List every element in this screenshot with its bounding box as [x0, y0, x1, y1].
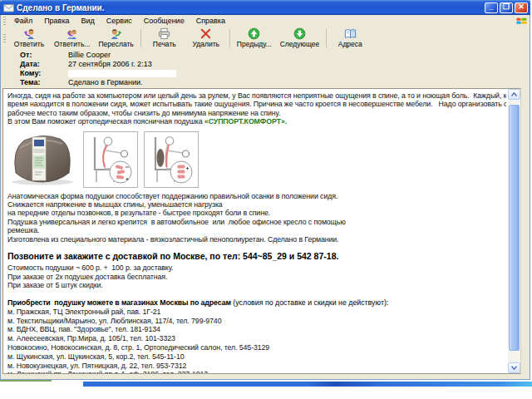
toolbar: Ответить Ответить...	[2, 27, 530, 50]
email-message-window: Сделано в Германии. _ ❐ ✕ Файл Правка Ви…	[0, 0, 530, 380]
menu-message[interactable]: Сообщение	[138, 16, 190, 26]
scroll-down-button[interactable]	[508, 362, 520, 373]
background-green-segment	[0, 380, 52, 382]
minimize-button[interactable]: _	[485, 2, 498, 13]
store-address: м. Новокузнецкая, ул. Пятницкая, д. 22, …	[7, 362, 506, 371]
desktop-background-strip	[0, 380, 532, 399]
date-value: 27 сентября 2006 г. 2:13	[68, 60, 152, 69]
stores-heading: Приобрести подушку можете в магазинах Мо…	[7, 298, 506, 307]
reply-all-icon	[66, 27, 78, 40]
benefits-paragraph: Анатомическая форма подушки способствует…	[7, 192, 506, 244]
helper-line: В этом Вам поможет ортопедическая поясни…	[7, 117, 506, 126]
delete-button-label: Удалить	[193, 40, 219, 48]
close-button[interactable]: ✕	[515, 2, 528, 13]
order-detail-line: При заказе от 2х подушек доставка беспла…	[7, 273, 506, 282]
store-address: м. Алеесеевская, Пр.Мира, д. 105/1, тел.…	[7, 334, 506, 343]
to-value-redacted	[68, 70, 176, 77]
posture-diagram-no-pillow-image	[83, 131, 138, 188]
menu-grip-handle[interactable]	[3, 17, 6, 25]
delete-button[interactable]: Удалить	[185, 27, 227, 49]
scroll-up-button[interactable]	[508, 89, 520, 100]
menu-help[interactable]: Справка	[190, 16, 231, 26]
vertical-scrollbar[interactable]	[508, 89, 520, 373]
mail-icon	[3, 3, 14, 12]
window-controls: _ ❐ ✕	[485, 2, 528, 13]
order-heading: Позвоните и закажите с доставкой по Моск…	[7, 251, 506, 261]
stores-heading-bold: Приобрести подушку можете в магазинах Мо…	[7, 298, 231, 307]
forward-icon	[110, 27, 122, 40]
header-row-from: От: Billie Cooper	[2, 51, 530, 60]
menu-tools[interactable]: Сервис	[101, 16, 138, 26]
subject-label: Тема:	[2, 78, 68, 87]
product-images-row	[7, 131, 506, 188]
from-label: От:	[2, 51, 68, 60]
addresses-button[interactable]: Адреса	[329, 27, 371, 49]
message-body-content: Иногда, сидя на работе за компьютером ил…	[3, 89, 508, 373]
store-address: м. Текстильщики/Марьино, ул. Люблинская,…	[7, 317, 506, 326]
next-button-label: Следующее	[280, 40, 320, 48]
menu-edit[interactable]: Правка	[38, 16, 75, 26]
windows-logo-icon	[515, 15, 528, 27]
forward-button[interactable]: Переслать	[94, 27, 137, 49]
background-taskbar-strip	[83, 382, 532, 387]
screen: Сделано в Германии. _ ❐ ✕ Файл Правка Ви…	[0, 0, 532, 399]
print-button[interactable]: Печать	[144, 27, 185, 49]
addresses-button-label: Адреса	[338, 40, 362, 48]
store-address: м. Щукинская, ул. Щукинская, 5, кор.2, т…	[7, 352, 506, 362]
chevron-down-icon	[511, 366, 517, 370]
maximize-button[interactable]: ❐	[500, 2, 513, 13]
posture-diagram-with-pillow-image	[144, 131, 199, 188]
toolbar-separator	[326, 29, 327, 47]
pillow-photo-image	[7, 131, 77, 186]
message-headers: От: Billie Cooper Дата: 27 сентября 2006…	[2, 49, 530, 87]
toolbar-grip-handle[interactable]	[3, 34, 6, 42]
reply-button-label: Ответить	[14, 40, 44, 48]
helper-prefix: В этом Вам поможет ортопедическая поясни…	[7, 117, 204, 126]
reply-all-button[interactable]: Ответить...	[50, 27, 94, 49]
previous-button[interactable]: Предыду...	[233, 27, 276, 49]
menu-bar: Файл Правка Вид Сервис Сообщение Справка	[2, 15, 530, 27]
reply-button[interactable]: Ответить	[8, 27, 50, 49]
stores-list: м. Пражская, ТЦ Электронный рай, пав. 1Г…	[7, 308, 506, 373]
print-button-label: Печать	[153, 40, 176, 48]
intro-paragraph: Иногда, сидя на работе за компьютером ил…	[7, 91, 506, 117]
header-row-to: Кому:	[2, 69, 530, 78]
from-value: Billie Cooper	[68, 51, 111, 60]
subject-value: Сделано в Германии.	[68, 78, 142, 87]
to-label: Кому:	[2, 69, 68, 78]
store-address: м. Ленинский пр., Ленинский пр-т, 1, оф.…	[7, 370, 506, 373]
header-row-date: Дата: 27 сентября 2006 г. 2:13	[2, 60, 530, 69]
store-address: Новокосино, Новокосинская, д. 8, стр. 1,…	[7, 343, 506, 352]
next-icon	[293, 27, 306, 40]
previous-button-label: Предыду...	[237, 40, 272, 48]
order-details: Стоимость подушки ~ 600 р. + 100 р. за д…	[7, 264, 506, 290]
forward-button-label: Переслать	[98, 40, 133, 48]
store-address: м. Пражская, ТЦ Электронный рай, пав. 1Г…	[7, 308, 506, 317]
date-label: Дата:	[2, 60, 68, 69]
toolbar-separator	[140, 29, 141, 47]
scrollbar-thumb[interactable]	[509, 105, 520, 351]
window-title: Сделано в Германии.	[17, 3, 485, 12]
order-detail-line: Стоимость подушки ~ 600 р. + 100 р. за д…	[7, 264, 506, 273]
delete-icon	[200, 27, 212, 40]
reply-icon	[23, 27, 36, 40]
menu-view[interactable]: Вид	[76, 16, 101, 26]
previous-icon	[248, 27, 260, 40]
product-name: «СУППОРТ.КОМФОРТ».	[204, 117, 287, 126]
addresses-icon	[344, 27, 357, 40]
reply-all-button-label: Ответить...	[54, 40, 90, 48]
toolbar-separator	[229, 29, 230, 47]
message-body-pane: Иногда, сидя на работе за компьютером ил…	[2, 88, 521, 374]
header-row-subject: Тема: Сделано в Германии.	[2, 78, 530, 87]
next-button[interactable]: Следующее	[276, 27, 324, 49]
title-bar[interactable]: Сделано в Германии. _ ❐ ✕	[0, 0, 530, 15]
menu-file[interactable]: Файл	[8, 16, 38, 26]
chevron-up-icon	[511, 92, 517, 96]
stores-heading-normal: (условия по доставке и скидки не действу…	[231, 298, 388, 307]
print-icon	[158, 27, 170, 40]
store-address: м. ВДНХ, ВВЦ, пав. "Здоровье", тел. 181-…	[7, 325, 506, 334]
order-detail-line: При заказе от 5 штук скидки.	[7, 281, 506, 290]
